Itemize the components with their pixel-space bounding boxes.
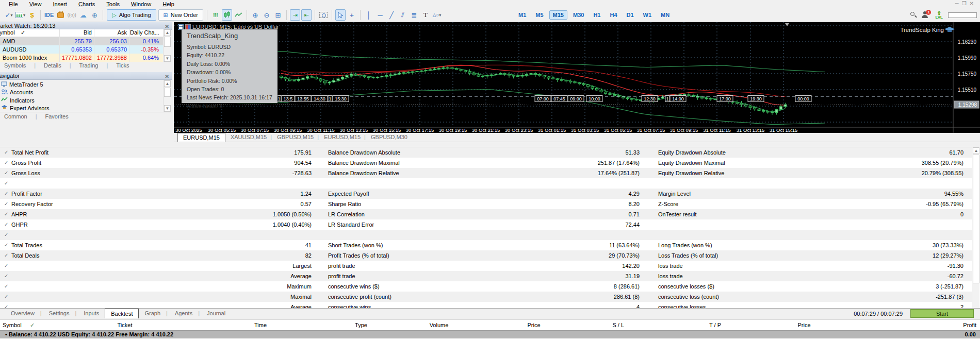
menu-tools[interactable]: Tools [101, 0, 125, 8]
backtest-row[interactable]: ✓Gross Loss-728.63Balance Drawdown Relat… [0, 168, 972, 178]
start-button[interactable]: Start [910, 309, 974, 318]
backtest-row[interactable]: ✓ [0, 230, 972, 240]
chart-tab-eurusd-m15[interactable]: EURUSD,M15 [177, 133, 225, 142]
zoom-in-icon[interactable]: ⊕ [250, 9, 260, 21]
trade-column-symbol[interactable]: Symbol [3, 322, 22, 328]
signals-icon[interactable]: ((o)) [67, 9, 77, 21]
tester-tab-agents[interactable]: Agents [166, 309, 198, 318]
text-tool-icon[interactable]: T [420, 9, 431, 21]
new-chart-icon[interactable]: ▾ [15, 9, 26, 21]
trade-column-type[interactable]: Type [330, 322, 392, 328]
algo-trading-button[interactable]: ▷ Algo Trading [107, 9, 156, 21]
backtest-row[interactable]: ✓ [0, 178, 972, 189]
candlestick-chart-icon[interactable] [222, 9, 232, 21]
horizontal-line-icon[interactable]: ─ [375, 9, 385, 21]
navigator-close-icon[interactable]: ✕ [165, 73, 169, 80]
trade-column-time[interactable]: Time [230, 322, 291, 328]
crosshair-icon[interactable]: + [347, 9, 357, 21]
trade-column-price[interactable]: Price [503, 322, 565, 328]
dollar-icon[interactable]: $ [27, 9, 37, 21]
trade-column-sl[interactable]: S / L [562, 322, 624, 328]
navigator-scrollbar[interactable]: ▲▼ [163, 80, 171, 112]
trade-table-header[interactable]: Symbol✓TicketTimeTypeVolumePriceS / LT /… [0, 319, 980, 330]
navigator-tab-common[interactable]: Common [0, 113, 31, 120]
tester-tab-journal[interactable]: Journal [198, 309, 231, 318]
backtest-row[interactable]: ✓GHPR1.0040 (0.40%)LR Standard Error72.4… [0, 219, 972, 230]
tester-tab-inputs[interactable]: Inputs [75, 309, 105, 318]
bar-chart-icon[interactable]: 𝍖 [210, 9, 221, 21]
market-watch-scrollbar[interactable]: ▲▼ [163, 29, 171, 62]
chart-tab-eurusd-m15[interactable]: EURUSD,M15 [319, 133, 366, 141]
timeframe-mn[interactable]: MN [657, 10, 673, 20]
timeframe-w1[interactable]: W1 [640, 10, 656, 20]
timeframe-h1[interactable]: H1 [590, 10, 604, 20]
market-watch-tab-details[interactable]: Details [30, 62, 65, 69]
market-watch-row[interactable]: AUDUSD0.653530.65370-0.35% [0, 45, 163, 54]
backtest-row[interactable]: ✓Gross Profit904.54Balance Drawdown Maxi… [0, 158, 972, 168]
chart-tab-gbpusd-m30[interactable]: GBPUSD,M30 [366, 133, 413, 141]
backtest-row[interactable]: ✓Averageprofit trade31.19loss trade-60.7… [0, 271, 972, 281]
backtest-row[interactable]: ✓AHPR1.0050 (0.50%)LR Correlation0.71OnT… [0, 209, 972, 219]
chart-tab-gbpusd-m15[interactable]: GBPUSD,M15 [272, 133, 319, 141]
trade-column-volume[interactable]: Volume [408, 322, 470, 328]
trade-column-ticket[interactable]: Ticket [94, 322, 156, 328]
market-icon[interactable] [55, 9, 66, 21]
trade-column-price[interactable]: Price [773, 322, 835, 328]
column-symbol[interactable]: Symbol [0, 29, 15, 36]
column-daily-change[interactable]: Daily Cha... [130, 29, 160, 36]
results-scrollbar[interactable]: ▲ [972, 147, 979, 308]
market-watch-row[interactable]: AMD255.79256.030.41% [0, 37, 163, 45]
close-button[interactable]: ✕ [970, 1, 977, 6]
column-bid[interactable]: Bid [59, 29, 92, 36]
backtest-row[interactable]: ✓Largestprofit trade142.20loss trade-91.… [0, 261, 972, 271]
level-icon[interactable]: ⇧LVL [935, 11, 943, 20]
one-click-trading-icon[interactable] [185, 24, 191, 30]
market-watch-tab-symbols[interactable]: Symbols [0, 62, 30, 69]
menu-insert[interactable]: Insert [47, 0, 73, 8]
shapes-icon[interactable]: △○▾ [432, 9, 442, 21]
ide-button[interactable]: IDE [44, 9, 54, 21]
menu-charts[interactable]: Charts [73, 0, 101, 8]
backtest-row[interactable]: ✓Total Net Profit175.91Balance Drawdown … [0, 147, 972, 158]
navigator-item-indicators[interactable]: Indicators [1, 97, 35, 105]
menu-file[interactable]: File [3, 0, 24, 8]
column-ask[interactable]: Ask [94, 29, 127, 36]
backtest-row[interactable]: ✓Profit Factor1.24Expected Payoff4.29Mar… [0, 189, 972, 199]
backtest-row[interactable]: ✓Averageconsecutive wins4consecutive los… [0, 302, 972, 308]
tester-tab-settings[interactable]: Settings [40, 309, 75, 318]
timeframe-m1[interactable]: M1 [515, 10, 530, 20]
navigator-item-metatrader-5[interactable]: MetaTrader 5 [1, 81, 43, 89]
backtest-row[interactable]: ✓Recovery Factor0.57Sharpe Ratio8.20Z-Sc… [0, 199, 972, 209]
market-watch-row[interactable]: Boom 1000 Index17771.080217772.39880.64% [0, 54, 163, 62]
depth-of-market-icon[interactable] [178, 24, 184, 30]
backtest-row[interactable]: ✓Maximalconsecutive profit (count)286.61… [0, 292, 972, 302]
screenshot-icon[interactable] [318, 9, 329, 21]
web-plus-icon[interactable]: ⊕ [89, 9, 100, 21]
timeframe-d1[interactable]: D1 [623, 10, 638, 20]
cursor-icon[interactable] [335, 9, 346, 21]
navigator-item-accounts[interactable]: Accounts [1, 89, 33, 96]
trendline-icon[interactable]: ╱ [386, 9, 397, 21]
tester-tab-overview[interactable]: Overview [5, 309, 40, 318]
timeframe-m5[interactable]: M5 [532, 10, 547, 20]
tester-tab-backtest[interactable]: Backtest [105, 309, 139, 318]
backtest-row[interactable]: ✓Total Deals82Profit Trades (% of total)… [0, 250, 972, 261]
timeframe-m15[interactable]: M15 [549, 10, 567, 20]
auto-scroll-icon[interactable]: ⇥ [290, 9, 300, 21]
community-account-icon[interactable]: 1 [922, 11, 930, 19]
minimize-button[interactable]: ─ [955, 1, 962, 6]
vertical-line-icon[interactable]: │ [364, 9, 374, 21]
navigator-item-expert-advisors[interactable]: Expert Advisors [1, 105, 49, 112]
search-icon[interactable] [910, 12, 917, 18]
channel-icon[interactable]: ⫽ [398, 9, 408, 21]
timeframe-h4[interactable]: H4 [606, 10, 620, 20]
menu-help[interactable]: Help [157, 0, 180, 8]
zoom-out-icon[interactable]: ⊖ [262, 9, 272, 21]
grid-icon[interactable]: ⊞ [273, 9, 283, 21]
market-watch-header[interactable]: Symbol ✓BidAskDaily Cha... [0, 29, 163, 37]
new-order-button[interactable]: ⊞ New Order [158, 9, 203, 21]
cloud-icon[interactable]: ☁ [78, 9, 88, 21]
menu-window[interactable]: Window [125, 0, 157, 8]
line-chart-icon[interactable] [233, 9, 243, 21]
tick-check-icon[interactable]: ✓▾ [4, 9, 14, 21]
